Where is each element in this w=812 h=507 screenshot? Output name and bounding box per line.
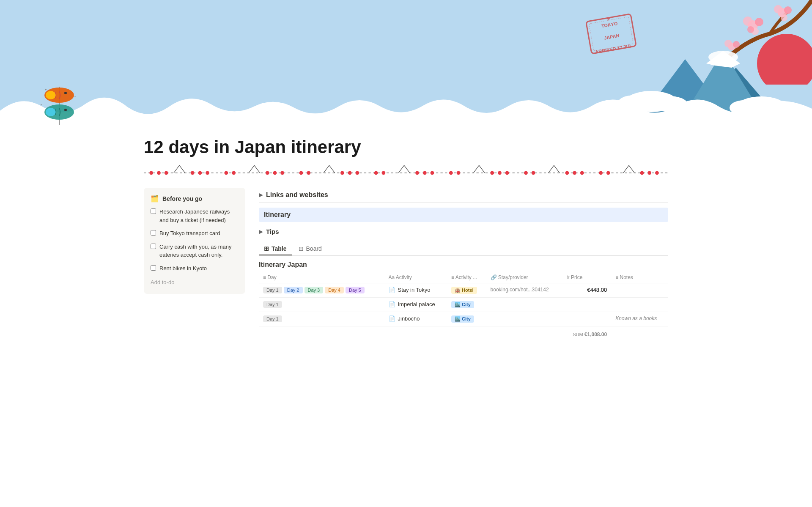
svg-point-37 [165, 171, 168, 175]
activity-name: Imperial palace [398, 301, 435, 307]
add-todo-button[interactable]: Add to-do [151, 277, 239, 287]
toggle-arrow-tips: ▶ [259, 229, 263, 235]
tab-board[interactable]: ⊟ Board [294, 243, 327, 255]
svg-point-26 [46, 91, 56, 99]
svg-point-58 [490, 171, 494, 175]
cloud-wave [0, 85, 812, 127]
itinerary-heading: Itinerary [259, 208, 668, 222]
deco-divider [144, 161, 668, 178]
svg-point-40 [206, 171, 209, 175]
svg-point-66 [599, 171, 603, 175]
table-body: Day 1Day 2Day 3Day 4Day 5📄Stay in Tokyo🏨… [259, 283, 668, 341]
cell-price [562, 298, 611, 312]
activity-name: Stay in Tokyo [398, 287, 431, 293]
checklist-container: Research Japanese railways and buy a tic… [151, 208, 239, 272]
checklist-checkbox[interactable] [151, 265, 156, 271]
table-title: Itinerary Japan [259, 261, 668, 269]
svg-point-7 [774, 5, 782, 14]
svg-point-35 [149, 171, 153, 175]
table-row[interactable]: Day 1📄Jinbocho🏙️ CityKnown as a books [259, 312, 668, 326]
tab-table[interactable]: ⊞ Table [259, 243, 292, 255]
day-tag[interactable]: Day 2 [284, 287, 303, 293]
svg-point-53 [415, 171, 419, 175]
svg-point-42 [232, 171, 236, 175]
sidebar-header: 🗂️ Before you go [151, 195, 239, 203]
view-tabs: ⊞ Table ⊟ Board [259, 243, 668, 256]
checklist-item: Buy Tokyo transport card [151, 229, 239, 238]
svg-point-51 [374, 171, 378, 175]
links-section-label: Links and websites [266, 191, 328, 199]
svg-point-54 [423, 171, 427, 175]
day-tag[interactable]: Day 4 [325, 287, 344, 293]
svg-point-47 [307, 171, 310, 175]
doc-icon: 📄 [389, 301, 395, 307]
svg-point-55 [431, 171, 434, 175]
cell-activity: 📄Imperial palace [384, 298, 447, 312]
table-icon: ⊞ [264, 245, 269, 252]
svg-point-4 [747, 26, 754, 33]
svg-point-61 [524, 171, 528, 175]
svg-point-65 [580, 171, 584, 175]
checklist-item-text: Research Japanese railways and buy a tic… [159, 208, 239, 224]
cell-notes [611, 283, 668, 298]
doc-icon: 📄 [389, 287, 395, 293]
doc-icon: 📄 [389, 315, 395, 322]
activity-type-badge: 🏙️ City [451, 301, 474, 308]
tips-label: Tips [266, 228, 279, 235]
checklist-icon: 🗂️ [151, 195, 159, 203]
activity-type-badge: 🏙️ City [451, 315, 474, 323]
cell-provider: booking.com/hot...304142 [486, 283, 562, 298]
svg-point-57 [457, 171, 461, 175]
svg-point-50 [355, 171, 359, 175]
activity-type-badge: 🏨 Hotel [451, 287, 477, 294]
cell-price: €448.00 [562, 283, 611, 298]
svg-point-52 [381, 171, 385, 175]
sum-row: SUM €1,008.00 [259, 326, 668, 341]
svg-point-38 [191, 171, 195, 175]
svg-point-8 [781, 14, 787, 21]
cell-price [562, 312, 611, 326]
day-tag[interactable]: Day 5 [346, 287, 365, 293]
checklist-checkbox[interactable] [151, 208, 156, 214]
svg-point-69 [647, 171, 651, 175]
sidebar-title: Before you go [162, 195, 202, 202]
checklist-item: Carry cash with you, as many eateries ac… [151, 243, 239, 259]
svg-point-60 [505, 171, 509, 175]
svg-point-39 [198, 171, 202, 175]
svg-point-68 [640, 171, 644, 175]
col-notes: ≡ Notes [611, 272, 668, 283]
koi-logo: ✦ ✦ ✦ [34, 85, 85, 127]
svg-point-49 [348, 171, 352, 175]
col-stay-provider: 🔗 Stay/provider [486, 272, 562, 283]
board-icon: ⊟ [299, 245, 304, 252]
activity-name: Jinbocho [398, 315, 420, 322]
checklist-checkbox[interactable] [151, 244, 156, 249]
sum-empty-4 [486, 326, 562, 341]
day-tag[interactable]: Day 1 [263, 301, 282, 308]
svg-point-63 [565, 171, 569, 175]
day-tag[interactable]: Day 1 [263, 287, 282, 293]
tips-section-toggle[interactable]: ▶ Tips [259, 225, 668, 238]
cell-provider [486, 298, 562, 312]
svg-point-17 [708, 51, 738, 63]
sum-empty-5 [611, 326, 668, 341]
svg-point-44 [273, 171, 277, 175]
table-row[interactable]: Day 1Day 2Day 3Day 4Day 5📄Stay in Tokyo🏨… [259, 283, 668, 298]
svg-point-56 [449, 171, 453, 175]
checklist-item-text: Carry cash with you, as many eateries ac… [159, 243, 239, 259]
svg-point-30 [64, 109, 67, 111]
col-day: ≡ Day [259, 272, 384, 283]
svg-text:✦: ✦ [44, 88, 47, 92]
day-tag[interactable]: Day 3 [304, 287, 324, 293]
svg-text:✦: ✦ [74, 95, 76, 98]
table-row[interactable]: Day 1📄Imperial palace🏙️ City [259, 298, 668, 312]
itinerary-table: ≡ Day Aa Activity ≡ Activity ... 🔗 Stay/… [259, 272, 668, 341]
checklist-item-text: Rent bikes in Kyoto [159, 264, 207, 273]
col-activity-type: ≡ Activity ... [447, 272, 486, 283]
links-section-toggle[interactable]: ▶ Links and websites [259, 188, 668, 203]
checklist-checkbox[interactable] [151, 230, 156, 236]
sum-empty-1 [259, 326, 384, 341]
day-tag[interactable]: Day 1 [263, 315, 282, 322]
svg-point-41 [224, 171, 228, 175]
cell-activity-type: 🏙️ City [447, 312, 486, 326]
